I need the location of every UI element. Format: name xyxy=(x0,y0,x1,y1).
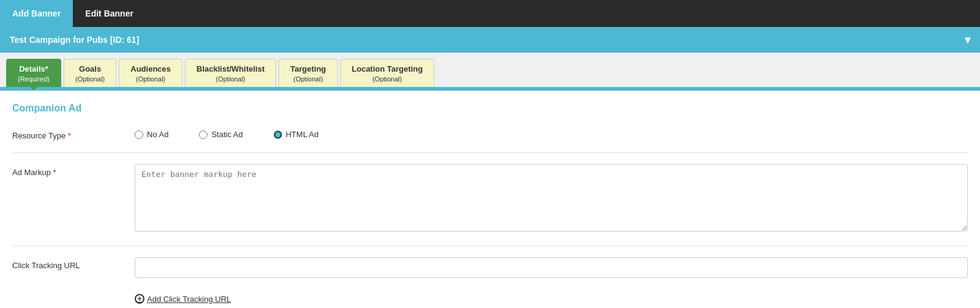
tab-details[interactable]: Details* (Required) xyxy=(6,59,61,87)
tab-blacklist-sublabel: (Optional) xyxy=(196,75,264,83)
resource-type-field: No Ad Static Ad HTML Ad xyxy=(135,127,968,139)
radio-static-ad-label: Static Ad xyxy=(211,130,242,139)
tab-location-label: Location Targeting xyxy=(352,64,423,75)
ad-markup-textarea[interactable] xyxy=(135,164,968,231)
tab-goals-sublabel: (Optional) xyxy=(75,75,105,83)
edit-banner-tab[interactable]: Edit Banner xyxy=(73,0,146,27)
campaign-bar[interactable]: Test Campaign for Pubs [ID: 61] ▾ xyxy=(0,27,980,53)
add-click-tracking-button[interactable]: + Add Click Tracking URL xyxy=(135,294,231,304)
add-click-tracking-label: Add Click Tracking URL xyxy=(147,295,231,304)
click-tracking-field xyxy=(135,257,968,278)
add-banner-tab[interactable]: Add Banner xyxy=(0,0,73,27)
divider-2 xyxy=(12,246,968,246)
radio-html-ad[interactable]: HTML Ad xyxy=(274,130,319,139)
radio-html-ad-input[interactable] xyxy=(274,130,282,139)
radio-static-ad[interactable]: Static Ad xyxy=(199,130,242,139)
click-tracking-row: Click Tracking URL xyxy=(12,257,968,278)
tab-targeting-label: Targeting xyxy=(290,64,326,75)
divider-1 xyxy=(12,152,968,153)
tab-audiences-sublabel: (Optional) xyxy=(130,75,171,83)
tab-targeting[interactable]: Targeting (Optional) xyxy=(279,59,337,87)
resource-type-row: Resource Type * No Ad Static Ad HTML Ad xyxy=(12,127,968,140)
radio-no-ad-input[interactable] xyxy=(135,130,143,139)
ad-markup-field xyxy=(135,164,968,233)
tab-goals[interactable]: Goals (Optional) xyxy=(64,59,116,87)
plus-circle-icon: + xyxy=(135,294,144,304)
tab-goals-label: Goals xyxy=(75,64,105,75)
radio-no-ad-label: No Ad xyxy=(147,130,168,139)
radio-static-ad-input[interactable] xyxy=(199,130,208,139)
campaign-title: Test Campaign for Pubs [ID: 61] xyxy=(10,35,139,45)
tab-audiences[interactable]: Audiences (Optional) xyxy=(119,59,182,87)
click-tracking-label: Click Tracking URL xyxy=(12,257,135,270)
radio-no-ad[interactable]: No Ad xyxy=(135,130,168,139)
top-nav: Add Banner Edit Banner xyxy=(0,0,980,27)
tab-targeting-sublabel: (Optional) xyxy=(290,75,326,83)
content-area: Companion Ad Resource Type * No Ad Stati… xyxy=(0,89,980,308)
resource-type-required: * xyxy=(65,131,71,140)
tab-blacklist-label: Blacklist/Whitelist xyxy=(196,64,264,75)
tab-location-sublabel: (Optional) xyxy=(352,75,423,83)
tab-details-sublabel: (Required) xyxy=(18,75,50,83)
campaign-dropdown-chevron: ▾ xyxy=(965,33,970,47)
tab-audiences-label: Audiences xyxy=(130,64,171,75)
click-tracking-input[interactable] xyxy=(135,257,968,278)
companion-ad-title: Companion Ad xyxy=(12,103,968,116)
ad-markup-label: Ad Markup * xyxy=(12,164,135,177)
tab-blacklist[interactable]: Blacklist/Whitelist (Optional) xyxy=(185,59,276,87)
tab-location-targeting[interactable]: Location Targeting (Optional) xyxy=(340,59,435,87)
tab-details-label: Details* xyxy=(18,64,50,75)
ad-markup-row: Ad Markup * xyxy=(12,164,968,233)
ad-markup-required: * xyxy=(51,168,56,177)
resource-type-label: Resource Type * xyxy=(12,127,135,140)
add-tracking-row: + Add Click Tracking URL xyxy=(12,290,968,304)
tabs-row: Details* (Required) Goals (Optional) Aud… xyxy=(0,53,980,89)
radio-html-ad-label: HTML Ad xyxy=(286,130,319,139)
